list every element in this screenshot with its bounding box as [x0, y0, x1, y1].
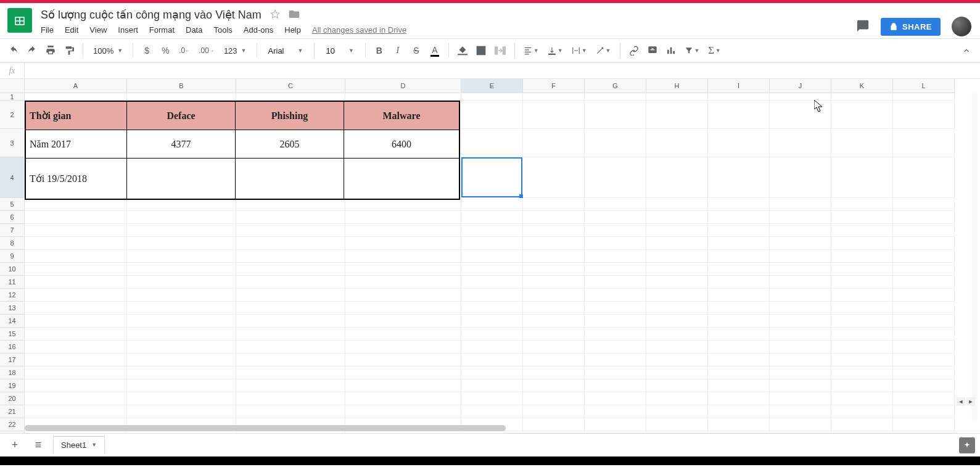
bold-icon[interactable]: B [372, 42, 387, 59]
row-header-14[interactable]: 14 [0, 315, 24, 328]
row-header-12[interactable]: 12 [0, 289, 24, 302]
document-title[interactable]: Số lượng cuộc tấn công mạng vào Việt Nam [41, 8, 261, 22]
menu-edit[interactable]: Edit [65, 25, 78, 35]
cell-b3[interactable]: 4377 [127, 130, 236, 159]
table-header-time[interactable]: Thời gian [26, 102, 127, 130]
percent-icon[interactable]: % [158, 42, 173, 59]
sheet-tab-menu-icon[interactable]: ▼ [91, 442, 97, 448]
cell-b4[interactable] [127, 159, 236, 199]
row-header-4[interactable]: 4 [0, 157, 24, 198]
col-header-g[interactable]: G [585, 79, 646, 93]
decrease-decimal-icon[interactable]: .0← [176, 42, 192, 59]
menu-view[interactable]: View [89, 25, 107, 35]
row-header-13[interactable]: 13 [0, 302, 24, 315]
col-header-d[interactable]: D [345, 79, 461, 93]
insert-chart-icon[interactable] [664, 42, 678, 59]
filter-icon[interactable]: ▼ [682, 42, 702, 59]
row-header-22[interactable]: 22 [0, 418, 24, 431]
sheet-tab[interactable]: Sheet1 ▼ [53, 436, 105, 453]
paint-format-icon[interactable] [62, 42, 76, 59]
menu-file[interactable]: File [41, 25, 54, 35]
col-header-b[interactable]: B [127, 79, 236, 93]
row-header-21[interactable]: 21 [0, 405, 24, 418]
increase-decimal-icon[interactable]: .00→ [196, 42, 216, 59]
row-header-16[interactable]: 16 [0, 341, 24, 353]
row-header-7[interactable]: 7 [0, 224, 24, 237]
cell-c3[interactable]: 2605 [236, 130, 344, 159]
star-icon[interactable] [270, 9, 280, 21]
row-headers[interactable]: 1234567891011121314151617181920212223242… [0, 93, 25, 433]
sheets-app-icon[interactable] [7, 8, 32, 33]
fx-icon[interactable]: fx [0, 63, 25, 78]
col-header-l[interactable]: L [893, 79, 955, 93]
row-header-3[interactable]: 3 [0, 129, 24, 157]
col-header-a[interactable]: A [25, 79, 127, 93]
save-status[interactable]: All changes saved in Drive [312, 25, 406, 35]
menu-data[interactable]: Data [186, 25, 202, 35]
col-header-h[interactable]: H [646, 79, 708, 93]
font-family-select[interactable]: Arial▼ [263, 46, 308, 56]
currency-icon[interactable]: $ [139, 42, 154, 59]
row-header-9[interactable]: 9 [0, 250, 24, 263]
font-size-select[interactable]: 10▼ [321, 46, 358, 56]
cell-a3[interactable]: Năm 2017 [26, 130, 127, 159]
menu-format[interactable]: Format [149, 25, 175, 35]
zoom-select[interactable]: 100%▼ [89, 46, 126, 56]
row-header-11[interactable]: 11 [0, 276, 24, 289]
fill-color-icon[interactable] [455, 42, 470, 59]
text-wrap-icon[interactable]: ▼ [569, 42, 590, 59]
col-header-e[interactable]: E [461, 79, 523, 93]
functions-icon[interactable]: Σ▼ [706, 42, 723, 59]
select-all-corner[interactable] [0, 79, 25, 93]
table-header-deface[interactable]: Deface [127, 102, 236, 130]
row-header-18[interactable]: 18 [0, 366, 24, 379]
vertical-scrollbar[interactable] [971, 93, 978, 420]
row-header-8[interactable]: 8 [0, 237, 24, 250]
explore-icon[interactable] [959, 437, 975, 453]
account-avatar[interactable] [952, 17, 971, 36]
all-sheets-icon[interactable]: ≡ [30, 437, 47, 454]
cell-a4[interactable]: Tới 19/5/2018 [26, 159, 127, 199]
row-header-2[interactable]: 2 [0, 101, 24, 129]
col-header-k[interactable]: K [831, 79, 893, 93]
col-header-f[interactable]: F [523, 79, 585, 93]
cell-d3[interactable]: 6400 [344, 130, 459, 159]
comments-icon[interactable] [856, 19, 870, 35]
text-rotation-icon[interactable]: ▼ [593, 42, 614, 59]
col-header-i[interactable]: I [708, 79, 770, 93]
scroll-left-icon[interactable]: ◄ [957, 397, 965, 406]
scroll-right-icon[interactable]: ► [966, 397, 975, 406]
merge-cells-icon[interactable] [492, 42, 508, 59]
insert-comment-icon[interactable] [645, 42, 660, 59]
table-header-malware[interactable]: Malware [344, 102, 459, 130]
table-header-phishing[interactable]: Phishing [236, 102, 344, 130]
cell-c4[interactable] [236, 159, 344, 199]
vertical-align-icon[interactable]: ▼ [545, 42, 566, 59]
col-header-c[interactable]: C [236, 79, 345, 93]
print-icon[interactable] [43, 42, 58, 59]
add-sheet-icon[interactable]: + [6, 437, 23, 454]
insert-link-icon[interactable] [627, 42, 641, 59]
row-header-17[interactable]: 17 [0, 353, 24, 366]
text-color-icon[interactable]: A [427, 42, 442, 59]
row-header-15[interactable]: 15 [0, 328, 24, 341]
row-header-6[interactable]: 6 [0, 211, 24, 224]
borders-icon[interactable] [474, 42, 488, 59]
row-header-20[interactable]: 20 [0, 392, 24, 405]
move-folder-icon[interactable] [289, 9, 300, 21]
col-header-j[interactable]: J [770, 79, 831, 93]
horizontal-scrollbar[interactable] [25, 425, 506, 431]
menu-help[interactable]: Help [284, 25, 301, 35]
column-headers[interactable]: ABCDEFGHIJKL [25, 79, 955, 93]
row-header-19[interactable]: 19 [0, 379, 24, 392]
menu-addons[interactable]: Add-ons [244, 25, 273, 35]
undo-icon[interactable] [6, 42, 21, 59]
spreadsheet-grid[interactable]: ABCDEFGHIJKL 123456789101112131415161718… [0, 79, 980, 433]
row-header-10[interactable]: 10 [0, 263, 24, 276]
row-header-1[interactable]: 1 [0, 93, 24, 101]
strikethrough-icon[interactable]: S [409, 42, 424, 59]
italic-icon[interactable]: I [390, 42, 405, 59]
row-header-5[interactable]: 5 [0, 198, 24, 211]
number-format-select[interactable]: 123▼ [220, 46, 250, 56]
menu-insert[interactable]: Insert [118, 25, 138, 35]
